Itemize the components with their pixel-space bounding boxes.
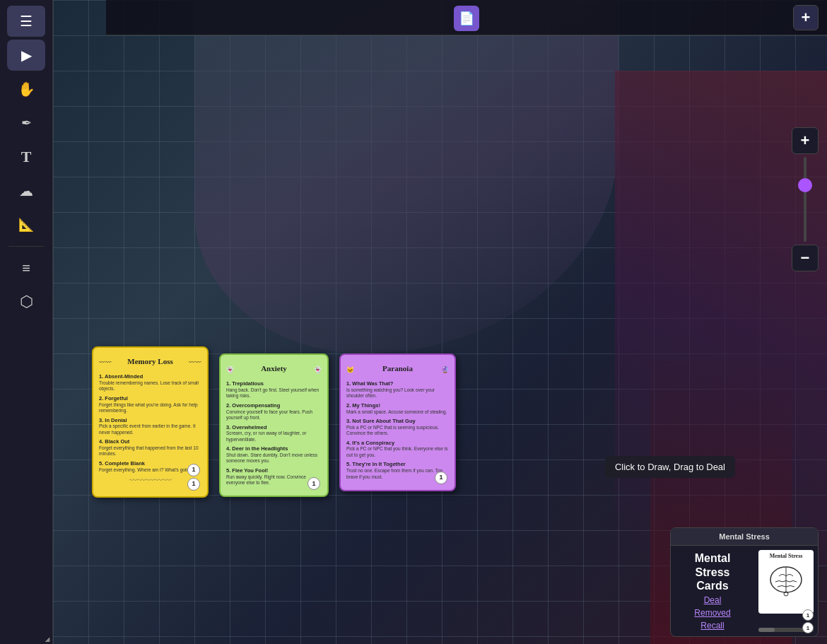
dice-icon: ⬡: [20, 293, 33, 311]
add-icon: +: [802, 8, 811, 27]
card-wave: 〰〰〰〰〰: [99, 476, 201, 487]
canvas-area[interactable]: 📄 + 〰〰 Memory Loss 〰〰 1. Absent-Minded T…: [53, 0, 827, 644]
top-bar: 📄 +: [106, 0, 827, 35]
ms-title: Mental Stress Cards: [695, 551, 731, 592]
page-icon[interactable]: 📄: [454, 6, 479, 31]
brain-icon: [765, 562, 807, 597]
pen-icon: ✒: [21, 115, 32, 131]
ms-body: Mental Stress Cards Deal Removed Recall …: [671, 546, 818, 636]
layers-icon: ≡: [22, 260, 30, 276]
ruler-icon: 📐: [18, 217, 34, 233]
zoom-out-icon: −: [801, 249, 810, 267]
bg-decoration-1: [194, 0, 618, 353]
card-badge-bottom: 1: [187, 478, 200, 491]
text-icon: T: [21, 148, 32, 166]
card-item-3: 3. Overwhelmed Scream, cry, or run away …: [226, 424, 322, 443]
ms-preview-title: Mental Stress: [761, 553, 811, 559]
play-icon: ▶: [21, 47, 32, 64]
hand-tool-button[interactable]: ✋: [7, 74, 45, 105]
card-item-2: 2. Forgetful Forget things like what you…: [99, 395, 201, 414]
zoom-in-icon: +: [801, 131, 810, 150]
card-item-5: 5. Complete Blank Forget everything. Whe…: [99, 460, 201, 473]
layers-button[interactable]: ≡ ◢: [7, 252, 45, 283]
ms-header: Mental Stress: [671, 528, 818, 546]
ms-badge-2: 1: [802, 622, 814, 633]
memory-loss-card[interactable]: 〰〰 Memory Loss 〰〰 1. Absent-Minded Troub…: [92, 346, 209, 498]
hand-icon: ✋: [18, 81, 35, 98]
mental-stress-panel: Mental Stress Mental Stress Cards Deal R…: [670, 527, 819, 637]
card-title: Anxiety: [234, 362, 314, 375]
ms-left: Mental Stress Cards Deal Removed Recall: [671, 546, 754, 636]
ms-progress-fill: [758, 628, 775, 632]
play-button[interactable]: ▶: [7, 40, 45, 71]
card-item-1: 1. Trepidatious Hang back. Don't go firs…: [226, 380, 322, 399]
card-item-4: 4. Deer in the Headlights Shut down. Sta…: [226, 445, 322, 464]
card-badge: 1: [307, 477, 320, 490]
menu-icon: ☰: [20, 13, 33, 30]
card-header: 🐱 Paranoia 🔮: [346, 362, 449, 379]
card-item-5: 5. They're In It Together Trust no one. …: [346, 461, 449, 480]
card-item-2: 2. Overcompensating Convince yourself to…: [226, 402, 322, 421]
text-tool-button[interactable]: T: [7, 141, 45, 172]
card-title: Memory Loss: [112, 355, 189, 368]
card-item-2: 2. My Things! Mark a small space. Accuse…: [346, 402, 449, 415]
zoom-track: [804, 157, 807, 242]
ms-deal-button[interactable]: Deal: [704, 595, 722, 605]
card-item-3: 3. In Denial Pick a specific event from …: [99, 417, 201, 436]
card-header: 〰〰 Memory Loss 〰〰: [99, 355, 201, 372]
zoom-in-button[interactable]: +: [792, 127, 819, 154]
card-badge: 1: [435, 472, 447, 484]
anxiety-card[interactable]: 👻 Anxiety 👻 1. Trepidatious Hang back. D…: [219, 353, 329, 497]
dice-button[interactable]: ⬡: [7, 286, 45, 317]
ms-recall-button[interactable]: Recall: [700, 621, 724, 631]
ms-card-preview: Mental Stress: [758, 550, 814, 614]
ms-right: Mental Stress 1 1: [754, 546, 818, 636]
toolbar-divider: [8, 246, 44, 247]
ms-badge-1: 1: [802, 609, 814, 621]
zoom-thumb[interactable]: [798, 178, 812, 192]
zoom-controls: + −: [792, 127, 819, 271]
cloud-icon: ☁: [19, 182, 33, 199]
add-button[interactable]: +: [793, 5, 819, 30]
pen-tool-button[interactable]: ✒ ◢: [7, 107, 45, 139]
left-toolbar: ☰ ▶ ✋ ✒ ◢ T ☁ ◢ 📐 ◢ ≡ ◢ ⬡: [0, 0, 53, 644]
card-badge-top: 1: [187, 464, 200, 476]
zoom-out-button[interactable]: −: [792, 245, 819, 271]
ms-removed-button[interactable]: Removed: [694, 608, 730, 618]
zoom-slider[interactable]: [804, 157, 807, 242]
card-item-1: 1. Absent-Minded Trouble remembering nam…: [99, 373, 201, 392]
card-item-1: 1. What Was That? Is something watching …: [346, 380, 449, 399]
document-icon: 📄: [459, 11, 474, 26]
card-title: Paranoia: [354, 362, 441, 375]
card-item-4: 4. Black Out Forget everything that happ…: [99, 438, 201, 457]
menu-button[interactable]: ☰: [7, 6, 45, 37]
card-item-4: 4. It's a Conspiracy Pick a PC or NPC th…: [346, 440, 449, 459]
paranoia-card[interactable]: 🐱 Paranoia 🔮 1. What Was That? Is someth…: [339, 353, 456, 491]
ruler-tool-button[interactable]: 📐 ◢: [7, 209, 45, 240]
tooltip: Click to Draw, Drag to Deal: [605, 456, 735, 478]
card-item-3: 3. Not Sure About That Guy Pick a PC or …: [346, 418, 449, 437]
card-header: 👻 Anxiety 👻: [226, 362, 322, 379]
cloud-tool-button[interactable]: ☁ ◢: [7, 175, 45, 206]
